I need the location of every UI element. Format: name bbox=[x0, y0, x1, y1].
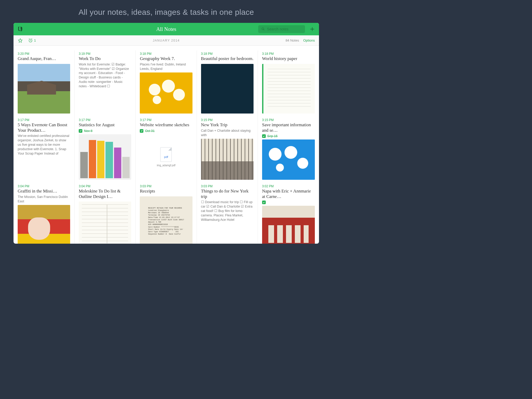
note-thumbnail bbox=[262, 206, 315, 244]
reminder-date: Oct 31 bbox=[145, 129, 155, 133]
reminder-badge: Sep 16 bbox=[262, 134, 315, 138]
note-time: 3:17 PM bbox=[79, 118, 131, 122]
reminder-badge: Oct 31 bbox=[140, 129, 192, 133]
note-body: Call Dan + Charlotte about staying with bbox=[201, 129, 254, 137]
note-body: Places I've lived: Dublin, Ireland Leeds… bbox=[140, 62, 192, 71]
note-thumbnail bbox=[79, 202, 131, 244]
note-thumbnail: RECEIPT RETAIN FOR YOUR RECORDS Location… bbox=[140, 196, 192, 244]
note-title: 5 Ways Evernote Can Boost Your Product… bbox=[18, 122, 70, 133]
note-time: 3:17 PM bbox=[140, 118, 192, 122]
note-title: Receipts bbox=[140, 189, 192, 194]
note-time: 3:04 PM bbox=[18, 184, 70, 188]
note-title: Moleskine To Do list & Outline Design I… bbox=[79, 189, 131, 199]
note-title: New York Trip bbox=[201, 122, 254, 128]
note-title: Graffiti in the Missi… bbox=[18, 189, 70, 194]
svg-marker-4 bbox=[18, 38, 22, 42]
note-card[interactable]: 3:02 PM Napa with Eric + Annmarie at Car… bbox=[258, 183, 319, 244]
svg-line-1 bbox=[264, 30, 264, 30]
check-icon bbox=[79, 129, 82, 133]
note-card[interactable]: 3:04 PM Graffiti in the Missi… The Missi… bbox=[14, 183, 75, 244]
reminder-badge: Nov 8 bbox=[79, 129, 131, 133]
note-title: Beautiful poster for bedroom. bbox=[201, 56, 254, 62]
options-button[interactable]: Options bbox=[303, 38, 315, 42]
note-title: Things to do for New York trip bbox=[201, 189, 254, 199]
note-body: We've enlisted certified professional or… bbox=[18, 134, 70, 156]
check-icon bbox=[262, 134, 266, 138]
note-body: The Mission, San Francisco Dublin East bbox=[18, 195, 70, 204]
note-card[interactable]: 3:20 PM Grand Auque, Fran… bbox=[14, 50, 75, 117]
note-card[interactable]: 3:17 PM 5 Ways Evernote Can Boost Your P… bbox=[14, 117, 75, 183]
note-thumbnail bbox=[18, 205, 70, 244]
hero-tagline: All your notes, ideas, images & tasks in… bbox=[0, 0, 332, 23]
note-attachment: pdf img_adamgf.pdf bbox=[140, 134, 192, 180]
search-placeholder: Search notes bbox=[267, 27, 289, 31]
note-time: 3:20 PM bbox=[18, 52, 70, 56]
note-title: Work To Do bbox=[79, 56, 131, 62]
note-thumbnail bbox=[140, 72, 192, 114]
note-time: 3:04 PM bbox=[79, 184, 131, 188]
note-card[interactable]: 3:15 PM Save important information and s… bbox=[258, 117, 319, 183]
note-thumbnail bbox=[262, 64, 315, 114]
note-thumbnail bbox=[79, 134, 131, 180]
reminder-badge bbox=[262, 201, 315, 204]
note-card[interactable]: 3:03 PM Things to do for New York trip ☐… bbox=[197, 183, 258, 244]
note-card[interactable]: 3:03 PM Receipts RECEIPT RETAIN FOR YOUR… bbox=[136, 183, 197, 244]
note-title: Geography Week 7. bbox=[140, 56, 192, 62]
note-title: World history paper bbox=[262, 56, 315, 62]
note-card[interactable]: 3:17 PM Statistics for August Nov 8 bbox=[75, 117, 136, 183]
star-icon bbox=[18, 38, 23, 43]
sub-toolbar: 1 JANUARY 2014 84 Notes Options bbox=[14, 35, 319, 46]
search-icon bbox=[261, 27, 265, 31]
svg-line-9 bbox=[31, 38, 32, 39]
search-input[interactable]: Search notes bbox=[258, 25, 305, 33]
note-time: 3:15 PM bbox=[201, 118, 254, 122]
pdf-icon: pdf bbox=[160, 147, 172, 162]
reminder-date: Sep 16 bbox=[267, 134, 278, 138]
check-icon bbox=[262, 201, 266, 204]
plus-icon bbox=[309, 26, 315, 32]
reminder-date: Nov 8 bbox=[84, 129, 92, 133]
note-time: 3:18 PM bbox=[140, 52, 192, 56]
favorites-button[interactable] bbox=[18, 38, 23, 43]
note-time: 3:18 PM bbox=[201, 52, 254, 56]
attachment-filename: img_adamgf.pdf bbox=[157, 164, 176, 167]
note-thumbnail bbox=[18, 64, 70, 114]
new-note-button[interactable] bbox=[309, 25, 316, 33]
evernote-logo-icon[interactable] bbox=[17, 25, 24, 33]
svg-line-8 bbox=[29, 38, 29, 39]
note-body: ☐ Download music for trip ☐ Fill up car … bbox=[201, 200, 254, 222]
note-thumbnail bbox=[201, 139, 254, 180]
month-header: JANUARY 2014 bbox=[14, 39, 319, 42]
note-card[interactable]: 3:19 PM Work To Do Work list for Evernot… bbox=[75, 50, 136, 117]
reminders-button[interactable]: 1 bbox=[28, 38, 36, 43]
alarm-icon bbox=[28, 38, 33, 43]
note-time: 3:03 PM bbox=[201, 184, 254, 188]
note-time: 3:02 PM bbox=[262, 184, 315, 188]
note-time: 3:03 PM bbox=[140, 184, 192, 188]
note-count: 84 Notes bbox=[285, 38, 299, 42]
note-title: Statistics for August bbox=[79, 122, 131, 128]
notes-grid: 3:20 PM Grand Auque, Fran… 3:19 PM Work … bbox=[14, 46, 319, 244]
note-card[interactable]: 3:04 PM Moleskine To Do list & Outline D… bbox=[75, 183, 136, 244]
note-time: 3:15 PM bbox=[262, 118, 315, 122]
note-title: Save important information and se… bbox=[262, 122, 315, 133]
titlebar: All Notes Search notes bbox=[14, 23, 319, 35]
note-card[interactable]: 3:15 PM New York Trip Call Dan + Charlot… bbox=[197, 117, 258, 183]
note-thumbnail bbox=[262, 139, 315, 180]
note-time: 3:19 PM bbox=[79, 52, 131, 56]
note-card[interactable]: 3:18 PM World history paper bbox=[258, 50, 319, 117]
note-time: 3:17 PM bbox=[18, 118, 70, 122]
note-title: Grand Auque, Fran… bbox=[18, 56, 70, 62]
note-title: Napa with Eric + Annmarie at Carne… bbox=[262, 189, 315, 199]
note-thumbnail bbox=[201, 64, 254, 114]
note-card[interactable]: 3:18 PM Beautiful poster for bedroom. bbox=[197, 50, 258, 117]
check-icon bbox=[140, 129, 143, 133]
app-window: All Notes Search notes 1 JANUARY 2014 84… bbox=[14, 23, 319, 244]
svg-line-7 bbox=[31, 41, 31, 41]
note-body: Work list for Evernote: ☑ Badge: "Works … bbox=[79, 62, 131, 89]
note-card[interactable]: 3:17 PM Website wireframe sketches Oct 3… bbox=[136, 117, 197, 183]
reminder-count: 1 bbox=[34, 38, 36, 42]
svg-point-0 bbox=[262, 28, 264, 30]
note-card[interactable]: 3:18 PM Geography Week 7. Places I've li… bbox=[136, 50, 197, 117]
note-time: 3:18 PM bbox=[262, 52, 315, 56]
